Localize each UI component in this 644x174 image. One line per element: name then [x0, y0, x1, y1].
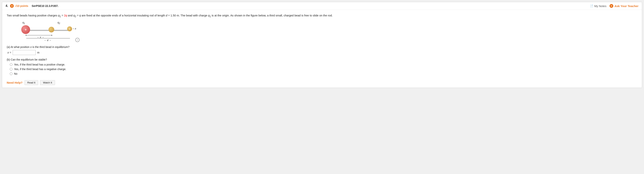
need-help-row: Need Help? Read It Watch It: [7, 78, 637, 85]
q1-var: q1: [58, 14, 61, 17]
ask-teacher-label: Ask Your Teacher: [614, 4, 638, 8]
radio-negative-label: Yes, if the third bead has a negative ch…: [14, 68, 66, 71]
q1-value: 2q: [64, 14, 67, 17]
d-dimension-line: [26, 38, 70, 38]
plus-circle-icon[interactable]: +: [10, 4, 14, 8]
ask-teacher-plus-icon: +: [610, 4, 613, 8]
x-label-outside: – x: [73, 27, 76, 30]
x-answer-input[interactable]: [13, 50, 36, 55]
x-dimension-line: [26, 35, 52, 35]
header-actions: 📄 My Notes + Ask Your Teacher: [590, 4, 638, 8]
question-header: 4. + -/10 points SerPSE10 22.3.P.007. 📄 …: [2, 2, 642, 10]
question-number: 4.: [6, 4, 8, 8]
bead-q2: [48, 27, 54, 32]
points-badge: + -/10 points: [10, 4, 28, 8]
q1-label: q1: [22, 21, 25, 24]
page-wrapper: 4. + -/10 points SerPSE10 22.3.P.007. 📄 …: [0, 0, 644, 174]
figure-area: q1 q2 + + – x ← x →: [7, 21, 637, 42]
d-dim-label: ← d →: [44, 39, 51, 42]
watch-it-button[interactable]: Watch It: [40, 80, 55, 85]
radio-option-positive[interactable]: Yes, if the third bead has a positive ch…: [10, 63, 637, 66]
header-left: 4. + -/10 points SerPSE10 22.3.P.007.: [6, 4, 58, 8]
radio-no[interactable]: [10, 72, 12, 75]
read-it-button[interactable]: Read It: [24, 80, 38, 85]
my-notes-button[interactable]: 📄 My Notes: [590, 4, 606, 8]
rod-diagram: q1 q2 + + – x ← x →: [18, 21, 80, 42]
bead-outside: +: [67, 26, 72, 31]
part-a-input-row: x = m: [8, 50, 637, 55]
info-icon[interactable]: i: [75, 38, 80, 42]
part-a-label: (a) At what position x is the third bead…: [7, 45, 637, 49]
question-code: SerPSE10 22.3.P.007.: [32, 4, 58, 7]
question-card: 4. + -/10 points SerPSE10 22.3.P.007. 📄 …: [2, 2, 642, 88]
unit-m: m: [37, 51, 40, 54]
rod-line: [26, 30, 70, 31]
my-notes-label: My Notes: [594, 4, 606, 8]
points-text: -/10 points: [15, 4, 28, 7]
notes-icon: 📄: [590, 4, 593, 7]
need-help-label: Need Help?: [7, 81, 22, 84]
part-b-label: (b) Can the equilibrium be stable?: [7, 58, 637, 61]
q2-var: q2: [73, 14, 76, 17]
radio-group: Yes, if the third bead has a positive ch…: [10, 63, 637, 75]
ask-teacher-button[interactable]: + Ask Your Teacher: [610, 4, 638, 8]
radio-no-label: No: [14, 72, 18, 75]
radio-option-no[interactable]: No: [10, 72, 637, 75]
radio-positive-label: Yes, if the third bead has a positive ch…: [14, 63, 65, 66]
x-equals-label: x =: [8, 51, 11, 54]
radio-negative[interactable]: [10, 68, 12, 71]
problem-text: Two small beads having positive charges …: [7, 13, 637, 18]
radio-option-negative[interactable]: Yes, if the third bead has a negative ch…: [10, 68, 637, 71]
radio-positive[interactable]: [10, 63, 12, 66]
question-body: Two small beads having positive charges …: [2, 10, 642, 88]
q2-label: q2: [58, 21, 60, 24]
bead-q1: +: [21, 25, 30, 34]
